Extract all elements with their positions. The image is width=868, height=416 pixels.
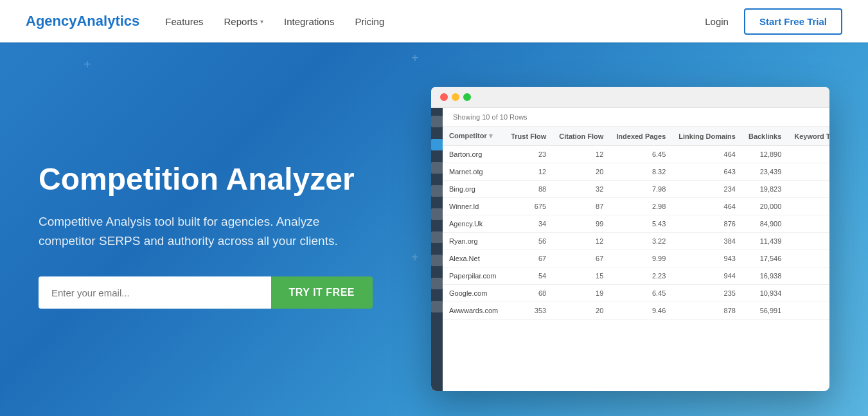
cell-5-5: 11,439 — [742, 233, 788, 250]
cell-3-6: 10 — [788, 198, 829, 215]
cell-0-4: 464 — [672, 146, 742, 163]
logo: AgencyAnalytics — [26, 13, 139, 30]
table-row: Winner.Id675872.9846420,00010 — [443, 198, 829, 215]
cell-3-1: 675 — [504, 198, 553, 215]
sidebar-icon-5 — [431, 208, 443, 220]
cell-1-6: 87 — [788, 163, 829, 181]
cell-7-6: 27 — [788, 267, 829, 285]
reports-dropdown-arrow: ▾ — [260, 18, 263, 25]
table-row: Marnet.otg12208.3264323,43987 — [443, 163, 829, 181]
cell-6-1: 67 — [504, 250, 553, 267]
logo-part2: Analytics — [76, 13, 139, 29]
cell-6-0: Alexa.Net — [443, 250, 504, 267]
start-trial-button[interactable]: Start Free Trial — [744, 8, 842, 35]
email-input[interactable] — [39, 276, 271, 309]
nav-integrations[interactable]: Integrations — [284, 16, 334, 27]
window-maximize-dot — [463, 93, 471, 101]
cell-6-3: 9.99 — [610, 250, 672, 267]
table-row: Awwwards.com353209.4687856,99135 — [443, 302, 829, 320]
table-body: Barton.org23126.4546412,89012Marnet.otg1… — [443, 146, 829, 320]
cell-3-5: 20,000 — [742, 198, 788, 215]
table-row: Alexa.Net67679.9994317,54625 — [443, 250, 829, 267]
hero-form: TRY IT FREE — [39, 276, 373, 309]
cell-6-5: 17,546 — [742, 250, 788, 267]
cell-8-0: Google.com — [443, 285, 504, 302]
browser-body: Showing 10 of 10 Rows Competitor▾Trust F… — [431, 108, 829, 391]
cell-1-1: 12 — [504, 163, 553, 181]
cell-0-5: 12,890 — [742, 146, 788, 163]
browser-mockup: Showing 10 of 10 Rows Competitor▾Trust F… — [431, 87, 829, 391]
cell-1-4: 643 — [672, 163, 742, 181]
nav-features[interactable]: Features — [165, 16, 203, 27]
cell-0-3: 6.45 — [610, 146, 672, 163]
window-minimize-dot — [452, 93, 459, 101]
nav-right: Login Start Free Trial — [705, 8, 842, 35]
cell-3-3: 2.98 — [610, 198, 672, 215]
login-link[interactable]: Login — [705, 16, 729, 27]
cell-7-4: 944 — [672, 267, 742, 285]
cell-5-2: 12 — [553, 233, 610, 250]
col-header-backlinks: Backlinks — [742, 127, 788, 146]
nav-reports[interactable]: Reports ▾ — [224, 16, 264, 27]
cell-9-3: 9.46 — [610, 302, 672, 320]
cell-0-0: Barton.org — [443, 146, 504, 163]
hero-title: Competition Analyzer — [39, 163, 398, 197]
cell-0-1: 23 — [504, 146, 553, 163]
cell-9-2: 20 — [553, 302, 610, 320]
cell-4-2: 99 — [553, 215, 610, 233]
table-area: Showing 10 of 10 Rows Competitor▾Trust F… — [443, 108, 829, 391]
sort-arrow: ▾ — [489, 132, 493, 140]
table-row: Bing.org88327.9823419,82313 — [443, 181, 829, 198]
cell-4-6: 18 — [788, 215, 829, 233]
cell-8-6: 20 — [788, 285, 829, 302]
cell-0-6: 12 — [788, 146, 829, 163]
try-free-button[interactable]: TRY IT FREE — [271, 276, 373, 309]
cell-3-4: 464 — [672, 198, 742, 215]
cell-4-5: 84,900 — [742, 215, 788, 233]
table-row: Barton.org23126.4546412,89012 — [443, 146, 829, 163]
cell-4-3: 5.43 — [610, 215, 672, 233]
cell-9-4: 878 — [672, 302, 742, 320]
cell-9-5: 56,991 — [742, 302, 788, 320]
sidebar-icon-8 — [431, 278, 443, 289]
sidebar-icon-7 — [431, 255, 443, 266]
table-row: Ryan.org56123.2238411,43920 — [443, 233, 829, 250]
sidebar-icon-3 — [431, 162, 443, 174]
cell-4-4: 876 — [672, 215, 742, 233]
cell-6-2: 67 — [553, 250, 610, 267]
cell-4-0: Agency.Uk — [443, 215, 504, 233]
table-row: Google.com68196.4523510,93420 — [443, 285, 829, 302]
cell-7-0: Paperpilar.com — [443, 267, 504, 285]
table-info-bar: Showing 10 of 10 Rows — [443, 108, 829, 127]
col-header-linking-domains: Linking Domains — [672, 127, 742, 146]
cell-2-3: 7.98 — [610, 181, 672, 198]
cell-1-2: 20 — [553, 163, 610, 181]
cell-1-0: Marnet.otg — [443, 163, 504, 181]
cell-7-5: 16,938 — [742, 267, 788, 285]
col-header-competitor: Competitor▾ — [443, 127, 504, 146]
table-row: Paperpilar.com54152.2394416,93827 — [443, 267, 829, 285]
sidebar-icon-search — [431, 139, 443, 150]
navbar: AgencyAnalytics Features Reports ▾ Integ… — [0, 0, 868, 42]
hero-left: Competition Analyzer Competitive Analysi… — [39, 150, 398, 309]
sidebar-icon-4 — [431, 185, 443, 197]
cell-8-4: 235 — [672, 285, 742, 302]
cell-3-2: 87 — [553, 198, 610, 215]
hero-right: Showing 10 of 10 Rows Competitor▾Trust F… — [398, 68, 829, 391]
logo-part1: Agency — [26, 13, 76, 29]
nav-pricing[interactable]: Pricing — [355, 16, 384, 27]
cell-7-2: 15 — [553, 267, 610, 285]
sidebar-icon-1 — [431, 116, 443, 127]
col-header-indexed-pages: Indexed Pages — [610, 127, 672, 146]
cell-0-2: 12 — [553, 146, 610, 163]
cell-5-4: 384 — [672, 233, 742, 250]
cell-9-6: 35 — [788, 302, 829, 320]
cell-1-5: 23,439 — [742, 163, 788, 181]
header-row: Competitor▾Trust FlowCitation FlowIndexe… — [443, 127, 829, 146]
cell-7-3: 2.23 — [610, 267, 672, 285]
cell-3-0: Winner.Id — [443, 198, 504, 215]
cell-8-2: 19 — [553, 285, 610, 302]
cell-1-3: 8.32 — [610, 163, 672, 181]
cell-4-1: 34 — [504, 215, 553, 233]
hero-description: Competitive Analysis tool built for agen… — [39, 212, 347, 251]
